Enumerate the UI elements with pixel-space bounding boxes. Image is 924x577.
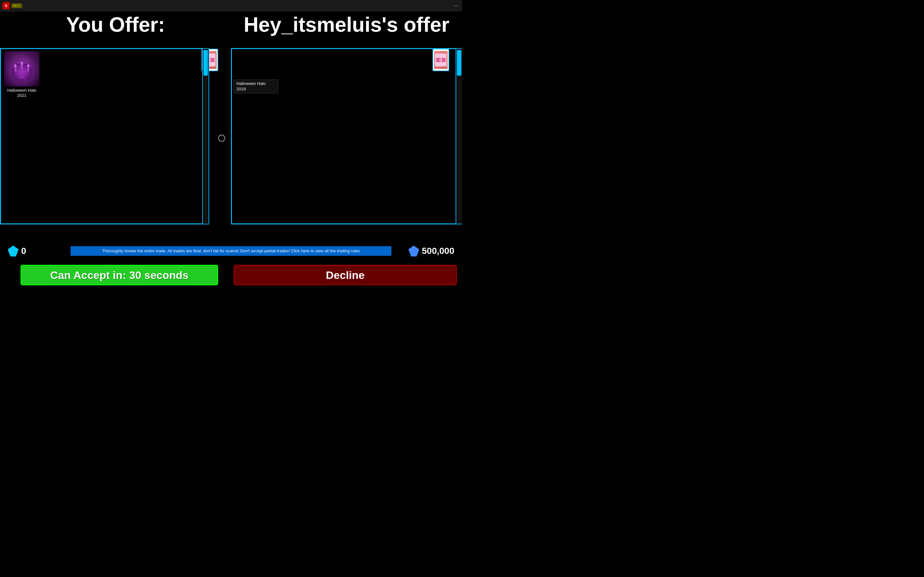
beta-badge: BETA [11, 3, 22, 8]
accept-button[interactable]: Can Accept in: 30 seconds [21, 265, 218, 285]
svg-point-12 [15, 64, 16, 66]
cursor [218, 135, 225, 142]
svg-point-14 [27, 64, 29, 66]
svg-point-29 [439, 59, 442, 61]
svg-point-10 [21, 62, 23, 64]
you-offer-scrollbar-thumb[interactable] [204, 50, 208, 76]
decline-button[interactable]: Decline [234, 265, 457, 285]
svg-rect-5 [22, 71, 29, 72]
right-diamonds: 500,000 [409, 245, 454, 256]
svg-rect-3 [21, 68, 23, 77]
svg-point-17 [26, 64, 31, 68]
their-offer-panel[interactable] [231, 48, 462, 224]
svg-rect-2 [18, 77, 26, 79]
warning-banner[interactable]: Thoroughly review the entire trade. All … [71, 246, 391, 256]
their-offer-scrollbar-thumb[interactable] [457, 50, 461, 76]
you-offer-item: Halloween Halo 2021 [3, 51, 41, 98]
their-offer-item: Halloween Halo 2019 [234, 79, 278, 93]
minimize-icon[interactable]: — [454, 3, 458, 8]
svg-point-16 [13, 64, 18, 68]
svg-point-9 [21, 62, 23, 65]
left-diamond-count: 0 [21, 246, 26, 256]
you-offer-scrollbar[interactable] [202, 48, 209, 224]
svg-rect-8 [27, 67, 29, 71]
left-diamonds: 0 [8, 245, 26, 256]
right-diamond-icon [409, 245, 419, 256]
their-offer-scrollbar[interactable] [456, 48, 462, 224]
svg-rect-7 [15, 67, 16, 71]
you-offer-item-label: Halloween Halo 2021 [3, 87, 41, 98]
halloween-halo-2021-icon [4, 51, 39, 87]
svg-rect-6 [21, 64, 23, 69]
their-offer-bow-card[interactable] [433, 49, 449, 71]
left-diamond-icon [8, 245, 19, 256]
svg-point-15 [19, 61, 24, 65]
top-bar: R BETA — [0, 0, 462, 11]
svg-point-11 [15, 64, 16, 68]
svg-point-0 [11, 63, 32, 81]
svg-rect-4 [15, 71, 22, 72]
svg-rect-1 [19, 76, 24, 77]
svg-point-13 [27, 64, 29, 68]
you-offer-title: You Offer: [0, 13, 231, 37]
their-offer-title: Hey_itsmeluis's offer [231, 13, 462, 37]
roblox-logo: R [3, 2, 10, 9]
their-item-label: Halloween Halo 2019 [234, 79, 278, 93]
right-diamond-count: 500,000 [422, 246, 454, 256]
